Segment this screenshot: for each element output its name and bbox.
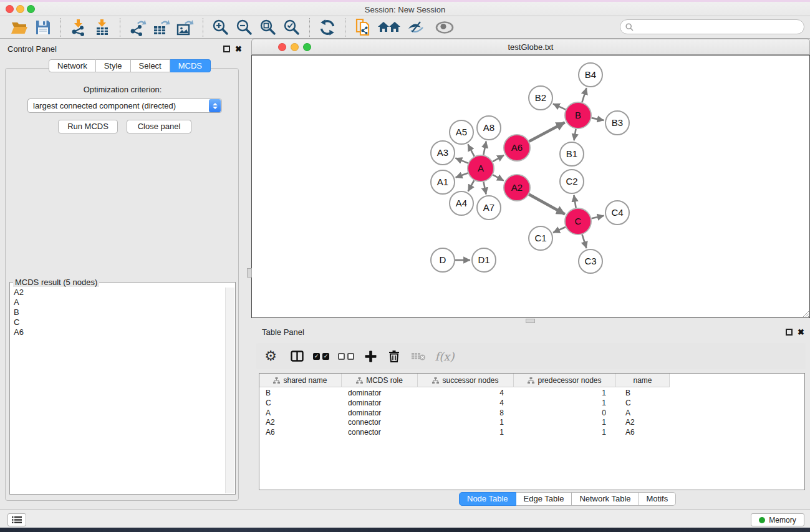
table-cell[interactable]: 8 <box>418 408 514 418</box>
table-row[interactable]: Bdominator41B <box>259 388 670 398</box>
table-cell[interactable]: 1 <box>514 417 616 427</box>
tab-style[interactable]: Style <box>96 59 131 72</box>
delete-table-button[interactable] <box>406 346 431 367</box>
graph-edge-B-B2[interactable] <box>553 104 566 109</box>
tab-network[interactable]: Network <box>49 59 96 72</box>
column-header-name[interactable]: name <box>616 374 670 387</box>
table-cell[interactable]: 1 <box>418 427 514 437</box>
graph-edge-C-C1[interactable] <box>553 227 566 233</box>
graph-edge-A6-B[interactable] <box>529 122 564 141</box>
criterion-select[interactable]: largest connected component (directed) <box>27 99 222 113</box>
select-stepper-icon[interactable] <box>209 99 221 112</box>
delete-column-button[interactable] <box>382 346 406 367</box>
mcds-result-item[interactable]: C <box>11 317 225 327</box>
graph-edge-A-A3[interactable] <box>455 158 468 163</box>
table-cell[interactable]: C <box>616 398 670 408</box>
table-cell[interactable]: B <box>616 388 670 398</box>
export-table-button[interactable] <box>151 17 172 37</box>
resize-grip-icon[interactable] <box>802 310 809 317</box>
run-mcds-button[interactable]: Run MCDS <box>58 120 118 133</box>
graph-edge-A-A6[interactable] <box>493 155 504 162</box>
hide-selected-button[interactable] <box>405 17 430 37</box>
tab-network-table[interactable]: Network Table <box>572 492 639 506</box>
tab-mcds[interactable]: MCDS <box>170 59 211 72</box>
mcds-result-item[interactable]: A6 <box>11 327 225 337</box>
graph-edge-C-C2[interactable] <box>574 195 576 208</box>
table-row[interactable]: A6connector11A6 <box>259 427 670 437</box>
mcds-result-item[interactable]: A2 <box>11 288 225 297</box>
network-from-clipboard-button[interactable] <box>352 17 374 37</box>
first-neighbors-button[interactable] <box>376 17 402 37</box>
table-row[interactable]: Cdominator41C <box>259 398 670 408</box>
table-cell[interactable]: A2 <box>259 417 342 427</box>
import-table-button[interactable] <box>92 17 113 37</box>
column-header-predecessor-nodes[interactable]: predecessor nodes <box>514 374 616 387</box>
table-panel-float-button[interactable] <box>786 329 793 336</box>
tab-node-table[interactable]: Node Table <box>459 492 516 506</box>
table-cell[interactable]: 0 <box>514 408 616 418</box>
table-cell[interactable]: 4 <box>418 388 514 398</box>
search-input[interactable] <box>636 21 804 32</box>
table-row[interactable]: A2connector11A2 <box>259 417 670 427</box>
export-image-button[interactable] <box>175 17 196 37</box>
graph-edge-B-B3[interactable] <box>592 118 604 120</box>
column-header-shared-name[interactable]: shared name <box>259 374 342 387</box>
control-panel-close-button[interactable]: ✖ <box>235 46 242 52</box>
control-panel-float-button[interactable] <box>223 46 230 52</box>
tab-motifs[interactable]: Motifs <box>639 492 677 506</box>
graph-edge-A-A8[interactable] <box>483 142 486 155</box>
tab-edge-table[interactable]: Edge Table <box>516 492 572 506</box>
zoom-in-button[interactable] <box>210 17 231 37</box>
tab-select[interactable]: Select <box>131 59 170 72</box>
table-cell[interactable]: A2 <box>616 417 670 427</box>
function-builder-button[interactable]: f(x) <box>431 346 458 367</box>
table-cell[interactable]: dominator <box>342 398 418 408</box>
table-cell[interactable]: A6 <box>616 427 670 437</box>
table-cell[interactable]: 1 <box>514 398 616 408</box>
close-panel-button[interactable]: Close panel <box>127 120 191 133</box>
table-cell[interactable]: connector <box>342 417 418 427</box>
open-file-button[interactable] <box>9 17 30 37</box>
create-column-button[interactable] <box>359 346 382 367</box>
refresh-button[interactable] <box>317 17 338 37</box>
show-columns-button[interactable] <box>285 346 309 367</box>
unselect-all-columns-button[interactable] <box>334 346 359 367</box>
horizontal-splitter-handle[interactable] <box>247 268 252 278</box>
table-cell[interactable]: A <box>616 408 670 418</box>
show-all-button[interactable] <box>432 17 457 37</box>
show-panels-list-button[interactable] <box>7 513 26 526</box>
graph-edge-A-A7[interactable] <box>483 182 486 195</box>
column-header-MCDS-role[interactable]: MCDS role <box>342 374 418 387</box>
import-network-button[interactable] <box>68 17 89 37</box>
table-cell[interactable]: dominator <box>342 408 418 418</box>
mcds-result-item[interactable]: B <box>11 307 225 317</box>
table-cell[interactable]: 1 <box>418 417 514 427</box>
table-cell[interactable]: C <box>259 398 342 408</box>
zoom-selected-button[interactable] <box>281 17 302 37</box>
table-cell[interactable]: 4 <box>418 398 514 408</box>
table-cell[interactable]: B <box>259 388 342 398</box>
network-window-titlebar[interactable]: testGlobe.txt <box>251 39 810 55</box>
column-header-successor-nodes[interactable]: successor nodes <box>418 374 514 387</box>
mcds-result-item[interactable]: A <box>11 297 225 307</box>
graph-edge-A2-C[interactable] <box>529 195 565 215</box>
table-cell[interactable]: 1 <box>514 427 616 437</box>
table-cell[interactable]: A <box>259 408 342 418</box>
graph-edge-B-B1[interactable] <box>574 129 576 141</box>
graph-edge-A-A5[interactable] <box>468 144 474 156</box>
graph-edge-C-C4[interactable] <box>591 216 604 218</box>
table-panel-close-button[interactable]: ✖ <box>798 329 804 336</box>
result-scrollbar[interactable] <box>225 288 234 493</box>
graph-edge-C-C3[interactable] <box>582 235 587 248</box>
vertical-splitter-handle[interactable] <box>526 319 535 323</box>
table-cell[interactable]: A6 <box>259 427 342 437</box>
graph-edge-A-A4[interactable] <box>468 180 475 191</box>
memory-button[interactable]: Memory <box>751 513 804 526</box>
table-cell[interactable]: connector <box>342 427 418 437</box>
save-session-button[interactable] <box>32 17 54 37</box>
graph-edge-A-A2[interactable] <box>493 175 503 180</box>
zoom-out-button[interactable] <box>234 17 255 37</box>
graph-edge-A-A1[interactable] <box>456 173 468 177</box>
network-canvas[interactable]: B4B2BB3A5A8A6B1A3AA1C2A2A4A7C4CC1C3DD1 <box>251 55 810 318</box>
table-settings-button[interactable]: ⚙ <box>256 346 285 367</box>
